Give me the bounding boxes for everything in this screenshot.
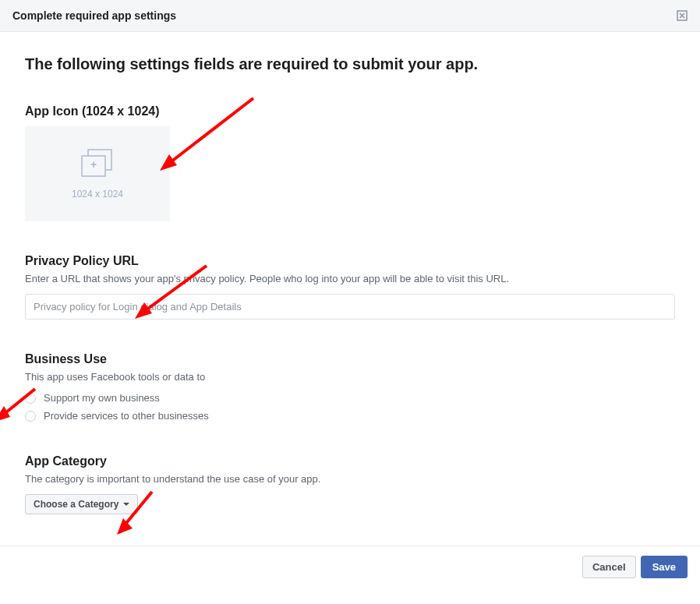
svg-marker-9 <box>0 406 10 422</box>
radio-row-services: Provide services to other businesses <box>25 410 675 422</box>
image-placeholder-icon: + <box>79 148 116 179</box>
category-dropdown[interactable]: Choose a Category <box>25 494 138 514</box>
radio-row-own: Support my own business <box>25 392 675 404</box>
privacy-url-input[interactable] <box>25 294 675 320</box>
svg-text:+: + <box>90 158 97 171</box>
dropdown-label: Choose a Category <box>34 499 118 510</box>
dialog-header: Complete required app settings <box>0 0 700 32</box>
section-app-icon: App Icon (1024 x 1024) + 1024 x 1024 <box>25 104 675 221</box>
icon-dimensions: 1024 x 1024 <box>72 189 123 200</box>
business-desc: This app uses Facebook tools or data to <box>25 371 675 383</box>
cancel-button[interactable]: Cancel <box>582 556 636 578</box>
category-desc: The category is important to understand … <box>25 473 675 485</box>
icon-upload-area[interactable]: + 1024 x 1024 <box>25 126 170 221</box>
app-icon-title: App Icon (1024 x 1024) <box>25 104 675 118</box>
dialog-title: Complete required app settings <box>12 9 176 22</box>
business-title: Business Use <box>25 352 675 366</box>
chevron-down-icon <box>123 503 129 506</box>
privacy-desc: Enter a URL that shows your app's privac… <box>25 273 675 284</box>
close-icon[interactable] <box>677 10 688 21</box>
radio-own-label[interactable]: Support my own business <box>44 392 160 404</box>
radio-services-label[interactable]: Provide services to other businesses <box>44 410 209 422</box>
section-privacy: Privacy Policy URL Enter a URL that show… <box>25 254 675 320</box>
privacy-title: Privacy Policy URL <box>25 254 675 268</box>
dialog-footer: Cancel Save <box>0 546 700 588</box>
section-category: App Category The category is important t… <box>25 454 675 514</box>
radio-own-business[interactable] <box>25 393 36 404</box>
save-button[interactable]: Save <box>641 556 688 578</box>
main-heading: The following settings fields are requir… <box>25 55 675 73</box>
category-title: App Category <box>25 454 675 468</box>
section-business: Business Use This app uses Facebook tool… <box>25 352 675 422</box>
radio-services[interactable] <box>25 411 36 422</box>
dialog-content: The following settings fields are requir… <box>0 32 700 546</box>
svg-marker-11 <box>117 518 133 535</box>
